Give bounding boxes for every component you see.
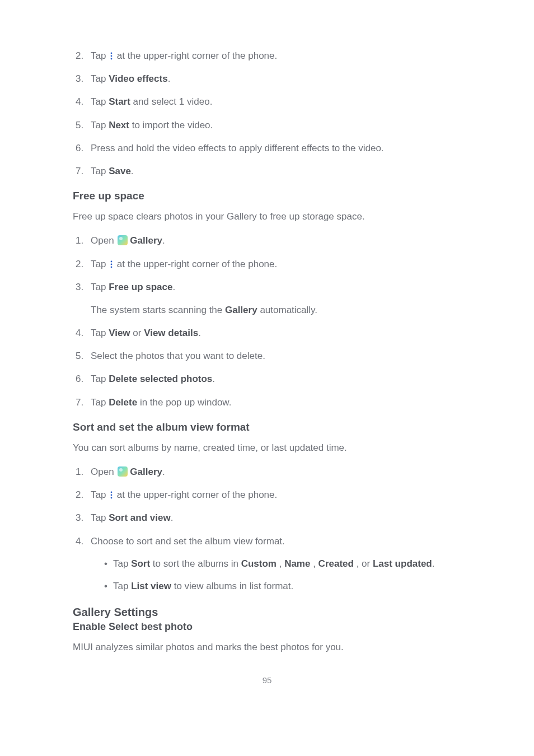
- svg-point-4: [111, 263, 113, 265]
- step-text: Tap: [91, 489, 109, 500]
- step-bold: Free up space: [109, 282, 172, 292]
- heading-sort-view: Sort and set the album view format: [73, 421, 461, 433]
- step-text: .: [171, 512, 174, 523]
- step-number: 3.: [76, 71, 83, 86]
- step-text: at the upper-right corner of the phone.: [114, 259, 277, 269]
- step-text: .: [172, 282, 175, 292]
- step-bold: Video effects: [109, 73, 168, 84]
- intro-free-up-space: Free up space clears photos in your Gall…: [73, 209, 461, 224]
- more-vertical-icon: [110, 491, 113, 499]
- step-number: 6.: [76, 141, 83, 156]
- svg-point-8: [111, 497, 113, 499]
- step-bold: Delete selected photos: [109, 374, 212, 384]
- step-number: 2.: [76, 256, 83, 272]
- step-text: .: [131, 166, 134, 176]
- step-item: 3. Tap Video effects.: [73, 71, 461, 86]
- heading-gallery-settings: Gallery Settings: [73, 606, 461, 619]
- step-text: Tap: [91, 73, 109, 84]
- steps-list-sort-view: 1. Open Gallery. 2. Tap at the upper-rig…: [73, 464, 461, 594]
- step-text: Press and hold the video effects to appl…: [91, 143, 384, 153]
- step-bold: Save: [109, 166, 131, 176]
- step-bold: Sort and view: [109, 512, 171, 523]
- step-item: 1. Open Gallery.: [73, 233, 461, 248]
- step-item: 6. Press and hold the video effects to a…: [73, 141, 461, 156]
- step-bold: Gallery: [130, 235, 162, 246]
- step-text: .: [162, 235, 165, 246]
- step-bold: Start: [109, 96, 130, 107]
- step-text: Tap: [91, 374, 109, 384]
- svg-point-2: [111, 58, 113, 60]
- subheading-enable-best-photo: Enable Select best photo: [73, 621, 461, 633]
- more-vertical-icon: [110, 52, 113, 60]
- step-text: Choose to sort and set the album view fo…: [91, 536, 285, 547]
- step-item: 1. Open Gallery.: [73, 464, 461, 479]
- step-item: 3. Tap Free up space. The system starts …: [73, 279, 461, 318]
- step-item: 2. Tap at the upper-right corner of the …: [73, 487, 461, 502]
- step-inner-text: The system starts scanning the Gallery a…: [91, 302, 461, 318]
- step-text: Select the photos that you want to delet…: [91, 351, 265, 361]
- step-text: .: [162, 466, 165, 477]
- step-text: at the upper-right corner of the phone.: [114, 50, 277, 61]
- step-text: .: [198, 328, 201, 338]
- gallery-app-icon: [118, 466, 128, 477]
- step-item: 4. Choose to sort and set the album view…: [73, 534, 461, 594]
- step-text: Tap: [91, 259, 109, 269]
- intro-sort-view: You can sort albums by name, created tim…: [73, 440, 461, 455]
- step-item: 7. Tap Save.: [73, 164, 461, 179]
- svg-point-5: [111, 266, 113, 268]
- step-bold: Gallery: [130, 466, 162, 477]
- step-text: .: [212, 374, 215, 384]
- step-item: 5. Tap Next to import the video.: [73, 118, 461, 133]
- inner-bold: Gallery: [225, 305, 257, 315]
- step-text: at the upper-right corner of the phone.: [114, 489, 277, 500]
- step-number: 7.: [76, 164, 83, 179]
- sub-bullet-list: Tap Sort to sort the albums in Custom , …: [91, 557, 461, 594]
- step-text: Tap: [91, 512, 109, 523]
- step-item: 5. Select the photos that you want to de…: [73, 348, 461, 363]
- intro-gallery-settings: MIUI analyzes similar photos and marks t…: [73, 640, 461, 655]
- step-text: Tap: [91, 166, 109, 176]
- step-item: 6. Tap Delete selected photos.: [73, 371, 461, 386]
- step-bold: View: [109, 328, 130, 338]
- heading-free-up-space: Free up space: [73, 190, 461, 202]
- page-number: 95: [73, 675, 461, 685]
- bullet-item: Tap Sort to sort the albums in Custom , …: [104, 557, 461, 571]
- step-text: or: [130, 328, 144, 338]
- step-text: in the pop up window.: [137, 397, 231, 408]
- step-item: 2. Tap at the upper-right corner of the …: [73, 48, 461, 63]
- step-text: to import the video.: [129, 120, 213, 130]
- svg-point-0: [111, 53, 113, 54]
- step-number: 2.: [76, 48, 83, 63]
- svg-point-6: [111, 492, 113, 493]
- step-item: 7. Tap Delete in the pop up window.: [73, 395, 461, 410]
- steps-list-1: 2. Tap at the upper-right corner of the …: [73, 48, 461, 179]
- step-item: 4. Tap View or View details.: [73, 325, 461, 340]
- step-bold: Next: [109, 120, 129, 130]
- step-number: 1.: [76, 233, 83, 248]
- svg-point-1: [111, 55, 113, 57]
- step-bold: Delete: [109, 397, 137, 408]
- step-text: Tap: [91, 282, 109, 292]
- step-text: Open: [91, 235, 116, 246]
- step-text: Tap: [91, 50, 109, 61]
- step-text: Tap: [91, 328, 109, 338]
- step-text: and select 1 video.: [130, 96, 212, 107]
- svg-point-7: [111, 494, 113, 496]
- step-text: Tap: [91, 397, 109, 408]
- step-text: Tap: [91, 120, 109, 130]
- step-item: 2. Tap at the upper-right corner of the …: [73, 256, 461, 272]
- step-number: 3.: [76, 279, 83, 295]
- step-number: 1.: [76, 464, 83, 479]
- more-vertical-icon: [110, 260, 113, 268]
- step-bold: View details: [144, 328, 198, 338]
- step-item: 4. Tap Start and select 1 video.: [73, 94, 461, 109]
- step-number: 4.: [76, 94, 83, 109]
- step-item: 3. Tap Sort and view.: [73, 510, 461, 525]
- step-number: 2.: [76, 487, 83, 502]
- document-page: 2. Tap at the upper-right corner of the …: [0, 0, 534, 713]
- svg-point-3: [111, 260, 113, 262]
- steps-list-free-up: 1. Open Gallery. 2. Tap at the upper-rig…: [73, 233, 461, 410]
- step-text: Tap: [91, 96, 109, 107]
- step-text: Open: [91, 466, 116, 477]
- step-number: 4.: [76, 534, 83, 549]
